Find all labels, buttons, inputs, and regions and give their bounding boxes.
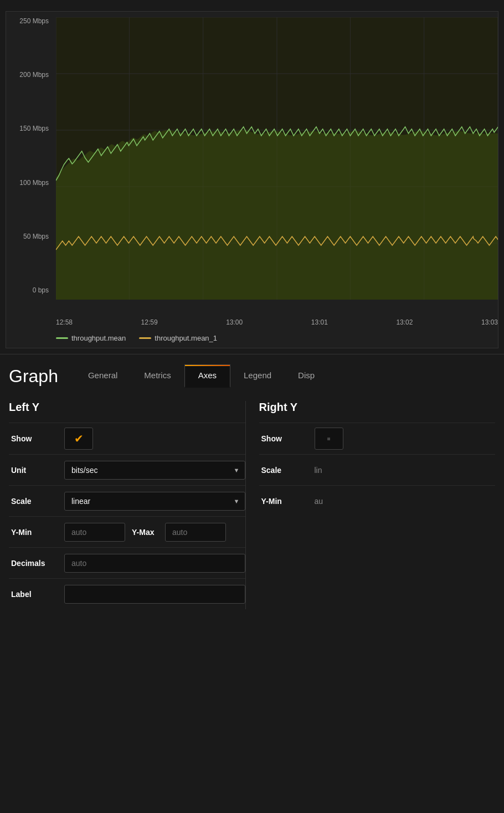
left-y-decimals-control	[64, 554, 245, 573]
legend-item-0: throughput.mean	[56, 334, 126, 342]
tabs-header: Graph General Metrics Axes Legend Disp	[9, 364, 495, 388]
x-label-1: 12:59	[141, 318, 158, 326]
left-y-label-row: Label	[9, 578, 245, 609]
y-label-200: 200 Mbps	[6, 71, 53, 79]
y-label-100: 100 Mbps	[6, 179, 53, 187]
tab-list: General Metrics Axes Legend Disp	[75, 364, 328, 388]
left-y-ymax-input[interactable]	[165, 523, 226, 542]
right-y-show-checkbox[interactable]: ▪	[315, 428, 343, 450]
legend-label-1: throughput.mean_1	[155, 334, 217, 342]
left-y-scale-select[interactable]: linear log	[64, 492, 245, 511]
right-y-scale-control: lin	[315, 466, 496, 475]
page-title: Graph	[9, 366, 58, 387]
tab-axes[interactable]: Axes	[184, 364, 230, 388]
left-y-title: Left Y	[9, 401, 245, 414]
left-y-scale-row: Scale linear log	[9, 485, 245, 516]
left-y-scale-label: Scale	[9, 497, 64, 506]
chart-container: 0 bps 50 Mbps 100 Mbps 150 Mbps 200 Mbps…	[6, 11, 498, 348]
right-y-ymin-value: au	[315, 497, 323, 506]
left-y-show-row: Show ✔	[9, 423, 245, 454]
x-label-5: 13:03	[481, 318, 498, 326]
left-y-unit-select-wrapper: bits/sec bytes/sec packets/sec none	[64, 461, 245, 480]
legend-label-0: throughput.mean	[71, 334, 126, 342]
check-icon: ✔	[74, 432, 84, 445]
right-check-icon: ▪	[327, 433, 331, 445]
left-y-show-label: Show	[9, 434, 64, 443]
right-y-scale-row: Scale lin	[259, 454, 496, 485]
right-y-show-label: Show	[259, 434, 315, 443]
right-y-show-control: ▪	[315, 428, 496, 450]
right-y-scale-value: lin	[315, 466, 322, 475]
left-y-minmax-row: Y-Min Y-Max	[9, 516, 245, 547]
left-y-ymin-input[interactable]	[64, 523, 125, 542]
minmax-input-row: Y-Max	[64, 523, 245, 542]
left-y-unit-select[interactable]: bits/sec bytes/sec packets/sec none	[64, 461, 245, 480]
left-y-show-control: ✔	[64, 428, 245, 450]
x-label-4: 13:02	[396, 318, 413, 326]
left-y-unit-control: bits/sec bytes/sec packets/sec none	[64, 461, 245, 480]
right-y-show-row: Show ▪	[259, 423, 496, 454]
left-y-unit-row: Unit bits/sec bytes/sec packets/sec none	[9, 454, 245, 485]
left-y-decimals-input[interactable]	[64, 554, 245, 573]
y-label-0: 0 bps	[6, 286, 53, 294]
legend-color-0	[56, 337, 68, 339]
right-y-ymin-row: Y-Min au	[259, 485, 496, 516]
left-y-decimals-row: Decimals	[9, 547, 245, 578]
left-y-minmax-control: Y-Max	[64, 523, 245, 542]
left-y-label-control	[64, 585, 245, 604]
chart-area: 0 bps 50 Mbps 100 Mbps 150 Mbps 200 Mbps…	[6, 17, 498, 316]
left-y-ymin-label: Y-Min	[9, 528, 64, 537]
legend-item-1: throughput.mean_1	[139, 334, 217, 342]
tab-general[interactable]: General	[75, 365, 131, 388]
right-y-ymin-label: Y-Min	[259, 497, 315, 506]
y-label-250: 250 Mbps	[6, 17, 53, 25]
left-y-ymax-label: Y-Max	[132, 528, 165, 537]
settings-area: Left Y Show ✔ Unit bits/sec bytes/sec pa…	[0, 388, 504, 622]
right-y-scale-label: Scale	[259, 466, 315, 475]
right-y-ymin-control: au	[315, 497, 496, 506]
left-y-label-label: Label	[9, 590, 64, 599]
y-label-50: 50 Mbps	[6, 233, 53, 240]
chart-legend: throughput.mean throughput.mean_1	[6, 328, 498, 348]
x-label-0: 12:58	[56, 318, 73, 326]
tabs-section: Graph General Metrics Axes Legend Disp	[0, 354, 504, 388]
tab-display[interactable]: Disp	[285, 365, 328, 388]
left-y-label-input[interactable]	[64, 585, 245, 604]
left-y-unit-label: Unit	[9, 466, 64, 475]
left-y-column: Left Y Show ✔ Unit bits/sec bytes/sec pa…	[9, 401, 245, 609]
legend-color-1	[139, 337, 151, 339]
x-label-2: 13:00	[226, 318, 243, 326]
left-y-scale-control: linear log	[64, 492, 245, 511]
tab-legend[interactable]: Legend	[230, 365, 285, 388]
y-label-150: 150 Mbps	[6, 125, 53, 132]
right-y-column: Right Y Show ▪ Scale lin Y-Min au	[245, 401, 496, 609]
chart-svg	[56, 17, 498, 300]
left-y-scale-select-wrapper: linear log	[64, 492, 245, 511]
x-axis-labels: 12:58 12:59 13:00 13:01 13:02 13:03	[56, 316, 498, 328]
x-label-3: 13:01	[311, 318, 328, 326]
y-axis-labels: 0 bps 50 Mbps 100 Mbps 150 Mbps 200 Mbps…	[6, 17, 53, 300]
left-y-decimals-label: Decimals	[9, 559, 64, 568]
tab-metrics[interactable]: Metrics	[131, 365, 184, 388]
right-y-title: Right Y	[259, 401, 496, 414]
left-y-show-checkbox[interactable]: ✔	[64, 428, 93, 450]
